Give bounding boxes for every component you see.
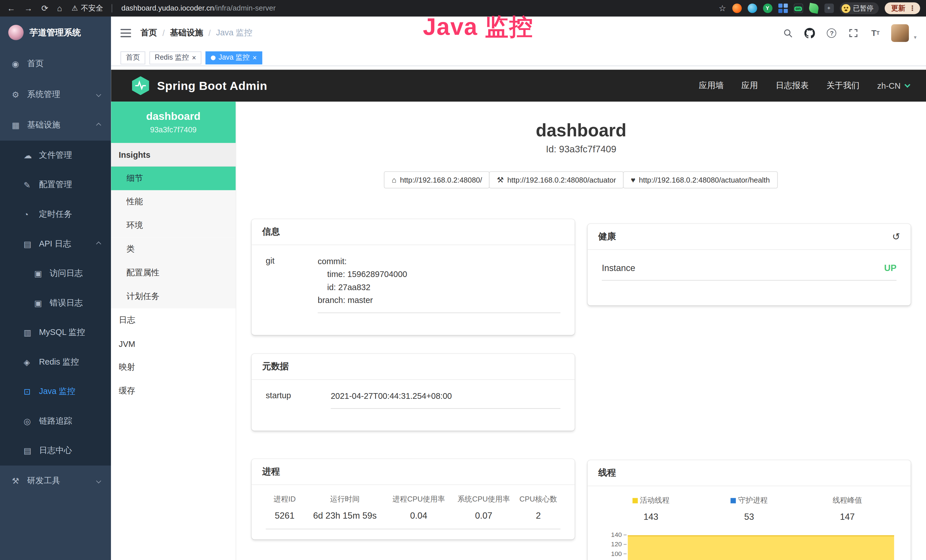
y-tick-120: 120	[611, 540, 622, 548]
git-time-line: time: 1596289704000	[318, 268, 560, 281]
git-branch-line: branch: master	[318, 294, 560, 307]
github-icon[interactable]	[804, 27, 816, 39]
sidebar-item-redis-monitor[interactable]: ◈ Redis 监控	[0, 348, 111, 377]
process-pid-header: 进程ID	[266, 494, 304, 504]
health-instance-row: Instance UP	[602, 263, 896, 281]
extension-icon-leaf[interactable]	[808, 3, 819, 14]
sba-menu-environment[interactable]: 环境	[111, 214, 236, 238]
sidebar-item-api-logs[interactable]: ▤ API 日志	[0, 229, 111, 259]
breadcrumb-home[interactable]: 首页	[141, 28, 157, 38]
tools-icon: ⚒	[12, 476, 27, 486]
sba-main: dashboard Id: 93a3fc7f7409 ⌂ http://192.…	[236, 101, 926, 560]
search-icon[interactable]	[782, 27, 794, 39]
sidebar-item-log-center[interactable]: ▤ 日志中心	[0, 436, 111, 466]
browser-menu-kebab-icon[interactable]: ⋮	[909, 4, 916, 12]
spring-boot-admin-logo	[131, 76, 150, 95]
sidebar-item-config-mgmt[interactable]: ✎ 配置管理	[0, 170, 111, 200]
extension-icon-dark[interactable]: ✦	[824, 3, 834, 13]
user-avatar[interactable]	[891, 24, 909, 42]
home-icon[interactable]: ⌂	[57, 3, 62, 13]
sba-menu-classes[interactable]: 类	[111, 238, 236, 261]
process-cpu-value: 0.04	[386, 510, 451, 520]
help-icon[interactable]: ?	[826, 27, 838, 39]
tab-home[interactable]: 首页	[120, 51, 145, 64]
sba-menu-mappings[interactable]: 映射	[111, 356, 236, 380]
forward-icon[interactable]: →	[24, 3, 33, 13]
sidebar-item-access-logs[interactable]: ▣ 访问日志	[0, 259, 111, 288]
security-warning-icon: ⚠	[71, 4, 78, 12]
sidebar-item-file-mgmt[interactable]: ☁ 文件管理	[0, 141, 111, 170]
close-icon[interactable]: ×	[253, 54, 257, 61]
close-icon[interactable]: ×	[192, 54, 196, 61]
instance-actuator-link[interactable]: ⚒ http://192.168.0.2:48080/actuator	[489, 171, 624, 189]
sba-locale-select[interactable]: zh-CN	[877, 81, 909, 91]
instance-health-link[interactable]: ♥ http://192.168.0.2:48080/actuator/heal…	[623, 171, 778, 189]
health-instance-label: Instance	[602, 263, 635, 273]
tab-java-monitor[interactable]: Java 监控 ×	[206, 51, 262, 64]
sba-nav-journal[interactable]: 日志报表	[776, 80, 809, 91]
extension-icon-orange[interactable]	[732, 3, 741, 13]
history-icon[interactable]: ↺	[892, 231, 900, 242]
fullscreen-icon[interactable]	[848, 27, 859, 39]
cloud-icon: ☁	[24, 151, 39, 160]
address-bar[interactable]: ⚠ 不安全 dashboard.yudao.iocoder.cn/infra/a…	[71, 3, 276, 13]
profile-paused-chip[interactable]: 已暂停	[840, 2, 879, 14]
sidebar-collapse-icon[interactable]	[120, 29, 131, 37]
sba-menu-caches[interactable]: 缓存	[111, 379, 236, 403]
live-threads-label: 活动线程	[640, 495, 670, 506]
sidebar-item-tracing[interactable]: ◎ 链路追踪	[0, 407, 111, 436]
sba-menu-jvm[interactable]: JVM	[111, 332, 236, 356]
chevron-down-icon	[96, 478, 101, 484]
metadata-key-startup: startup	[266, 389, 331, 409]
threads-chart-plot	[626, 531, 894, 560]
extension-on-badge: on	[794, 6, 802, 11]
font-size-icon[interactable]: TT	[870, 27, 881, 39]
reload-icon[interactable]: ⟳	[41, 3, 48, 13]
breadcrumb-infrastructure[interactable]: 基础设施	[170, 28, 203, 38]
extension-icon-grid[interactable]	[778, 3, 787, 13]
link-label: http://192.168.0.2:48080/actuator	[507, 176, 616, 184]
sidebar-item-infrastructure[interactable]: ▦ 基础设施	[0, 110, 111, 141]
process-card: 进程 进程ID5261 运行时间6d 23h 15m 59s 进程CPU使用率0…	[251, 459, 575, 539]
metadata-value-startup: 2021-04-27T00:44:31.254+08:00	[331, 389, 561, 409]
sidebar-item-home[interactable]: ◉ 首页	[0, 48, 111, 79]
annotation-java-monitor: Java 监控	[423, 11, 533, 43]
tab-redis-monitor[interactable]: Redis 监控 ×	[150, 51, 201, 64]
breadcrumb-separator: /	[209, 28, 211, 38]
dashboard-icon: ◉	[12, 59, 27, 68]
sba-menu-details[interactable]: 细节	[111, 166, 236, 190]
extension-icon-green-y[interactable]: Y	[763, 3, 772, 13]
browser-update-button[interactable]: 更新 ⋮	[885, 2, 920, 14]
extension-icon-on[interactable]: on	[793, 3, 803, 13]
sidebar-item-dev-tools[interactable]: ⚒ 研发工具	[0, 466, 111, 496]
sba-brand-title[interactable]: Spring Boot Admin	[157, 79, 267, 92]
sba-nav-about[interactable]: 关于我们	[826, 80, 859, 91]
sidebar-item-scheduled-jobs[interactable]: ◔ 定时任务	[0, 200, 111, 229]
back-icon[interactable]: ←	[7, 3, 15, 13]
sidebar-item-java-monitor[interactable]: ⊡ Java 监控	[0, 377, 111, 407]
link-label: http://192.168.0.2:48080/actuator/health	[639, 176, 770, 184]
heartbeat-icon: ♥	[631, 176, 635, 184]
threads-chart-y-axis: 140 120 100	[602, 531, 626, 560]
bookmark-star-icon[interactable]: ☆	[719, 3, 726, 13]
system-cpu-header: 系统CPU使用率	[451, 494, 516, 504]
sidebar-item-mysql-monitor[interactable]: ▥ MySQL 监控	[0, 318, 111, 348]
sba-menu-config-props[interactable]: 配置属性	[111, 261, 236, 285]
sba-menu-scheduled-tasks[interactable]: 计划任务	[111, 285, 236, 309]
avatar-caret-icon[interactable]: ▾	[914, 34, 916, 40]
sidebar-item-error-logs[interactable]: ▣ 错误日志	[0, 288, 111, 318]
info-value-git: commit: time: 1596289704000 id: 27aa832 …	[318, 255, 560, 313]
extension-icon-blue[interactable]	[747, 3, 757, 13]
browser-toolbar-right: ☆ Y on ✦ 已暂停 更新 ⋮	[719, 2, 926, 14]
process-card-title: 进程	[262, 466, 280, 477]
process-pid-value: 5261	[266, 510, 304, 520]
sba-nav-wallboard[interactable]: 应用墙	[699, 80, 723, 91]
font-size-large-glyph: T	[871, 28, 876, 38]
sba-menu-logs[interactable]: 日志	[111, 309, 236, 332]
sidebar-item-system-mgmt[interactable]: ⚙ 系统管理	[0, 79, 111, 110]
live-threads-value: 143	[602, 512, 700, 522]
sba-menu-metrics[interactable]: 性能	[111, 190, 236, 214]
sba-nav-applications[interactable]: 应用	[741, 80, 758, 91]
sidebar-item-label: Redis 监控	[39, 357, 79, 368]
instance-home-link[interactable]: ⌂ http://192.168.0.2:48080/	[384, 171, 490, 189]
